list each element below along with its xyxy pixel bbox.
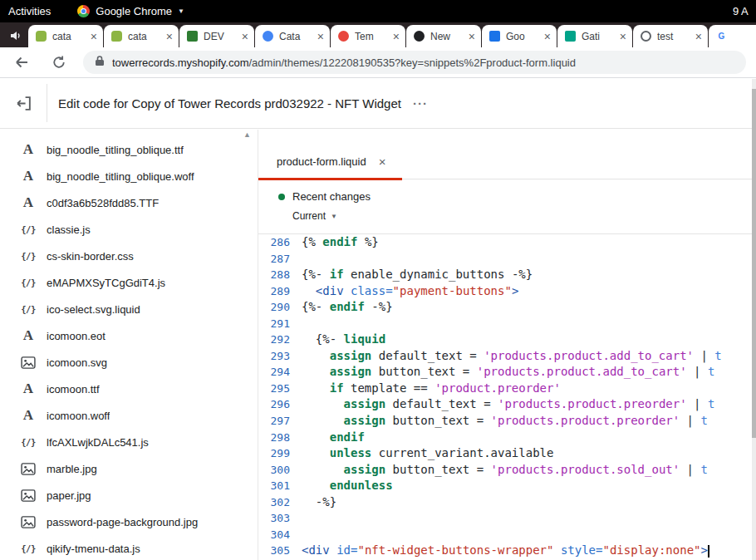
tab-close-icon[interactable]: × — [166, 31, 173, 42]
dark-dot-favicon — [414, 31, 425, 42]
address-bar[interactable]: towerrecords.myshopify.com/admin/themes/… — [83, 51, 746, 74]
tab-close-icon[interactable]: × — [242, 31, 248, 42]
code-file-icon: {/} — [18, 304, 38, 314]
lock-icon — [95, 55, 105, 70]
version-dropdown[interactable]: Current ▼ — [292, 210, 337, 222]
code-line[interactable]: 296 assign default_text = 'products.prod… — [258, 396, 756, 413]
code-line[interactable]: 302 -%} — [258, 494, 756, 511]
file-item[interactable]: {/}classie.js — [0, 216, 258, 243]
file-item[interactable]: Aicomoon.woff — [0, 402, 258, 429]
tab-close-icon[interactable]: × — [620, 31, 626, 42]
code-line[interactable]: 287 — [258, 251, 756, 268]
more-menu-button[interactable]: ··· — [413, 96, 428, 111]
blue-dot-favicon — [263, 31, 273, 42]
file-name: icomoon.svg — [47, 356, 107, 369]
line-number: 294 — [258, 364, 302, 381]
code-line[interactable]: 303 — [258, 510, 756, 527]
globe-favicon — [641, 31, 651, 42]
browser-tab[interactable]: Cata× — [255, 25, 330, 47]
active-app-menu[interactable]: Google Chrome ▼ — [77, 5, 184, 17]
code-text: endif — [302, 430, 365, 446]
file-name: password-page-background.jpg — [47, 516, 198, 528]
browser-tab[interactable]: cata× — [28, 25, 103, 47]
code-line[interactable]: 294 assign button_text = 'products.produ… — [258, 364, 756, 381]
file-item[interactable]: Abig_noodle_titling_oblique.ttf — [0, 136, 258, 163]
orange-dot-favicon — [338, 31, 349, 42]
back-button[interactable] — [13, 54, 30, 71]
file-item[interactable]: {/}eMAPMXSyTCgGdiT4.js — [0, 269, 258, 296]
code-line[interactable]: 286{% endif %} — [258, 234, 756, 251]
tab-label: New — [430, 31, 466, 42]
browser-tab[interactable]: DEV× — [179, 25, 254, 47]
code-line[interactable]: 290{%- endif -%} — [258, 299, 756, 316]
font-file-icon: A — [18, 327, 38, 344]
file-tab[interactable]: product-form.liquid × — [258, 143, 402, 179]
blue-square-favicon — [489, 31, 500, 42]
code-line[interactable]: 305<div id="nft-widget-buttons-wrapper" … — [258, 543, 756, 559]
tab-close-icon[interactable]: × — [317, 31, 324, 42]
code-line[interactable]: 298 endif — [258, 430, 756, 446]
browser-tab[interactable]: Gati× — [557, 25, 632, 47]
line-number: 289 — [258, 283, 302, 300]
speaker-icon[interactable] — [10, 31, 22, 41]
font-file-icon: A — [18, 194, 38, 211]
file-item[interactable]: paper.jpg — [0, 482, 258, 508]
browser-tab[interactable]: Tem× — [331, 25, 405, 47]
window-scrollbar[interactable] — [752, 79, 756, 560]
file-name: cs-skin-border.css — [47, 250, 134, 263]
tab-close-icon[interactable]: × — [544, 31, 551, 42]
file-item[interactable]: {/}qikify-tmenu-data.js — [0, 535, 258, 560]
code-text: {%- liquid — [302, 332, 385, 348]
reload-button[interactable] — [52, 55, 66, 70]
tab-close-icon[interactable]: × — [379, 155, 386, 169]
tab-close-icon[interactable]: × — [469, 31, 475, 42]
clock[interactable]: 9 A — [733, 5, 754, 17]
app-menu-label: Google Chrome — [96, 5, 172, 17]
recent-changes-bar: Recent changes Current ▼ — [258, 179, 756, 234]
activities-button[interactable]: Activities — [8, 5, 51, 17]
browser-tab[interactable]: Goo× — [482, 25, 557, 47]
code-line[interactable]: 299 unless current_variant.available — [258, 445, 756, 462]
code-line[interactable]: 297 assign button_text = 'products.produ… — [258, 413, 756, 430]
file-name: lfcAXLwjkDALc541.js — [47, 436, 149, 449]
exit-editor-button[interactable] — [15, 95, 32, 112]
file-item[interactable]: Ac0df3a6b528fdd85.TTF — [0, 189, 258, 216]
scrollbar-up-icon[interactable]: ▲ — [243, 130, 251, 139]
tab-label: Tem — [355, 31, 390, 42]
code-line[interactable]: 300 assign button_text = 'products.produ… — [258, 462, 756, 479]
font-file-icon: A — [18, 407, 38, 424]
file-item[interactable]: {/}lfcAXLwjkDALc541.js — [0, 429, 258, 455]
file-name: big_noodle_titling_oblique.ttf — [47, 144, 184, 156]
browser-tab[interactable]: cata× — [104, 25, 179, 47]
browser-tab[interactable] — [709, 25, 756, 47]
line-number: 295 — [258, 381, 302, 397]
code-line[interactable]: 289 <div class="payment-buttons"> — [258, 283, 756, 300]
file-item[interactable]: password-page-background.jpg — [0, 508, 258, 535]
file-item[interactable]: Aicomoon.ttf — [0, 376, 258, 402]
file-name: qikify-tmenu-data.js — [47, 543, 140, 555]
code-line[interactable]: 288{%- if enable_dynamic_buttons -%} — [258, 267, 756, 283]
tab-close-icon[interactable]: × — [393, 31, 400, 42]
code-line[interactable]: 304 — [258, 527, 756, 543]
code-line[interactable]: 301 endunless — [258, 478, 756, 494]
code-line[interactable]: 295 if template == 'product.preorder' — [258, 381, 756, 397]
code-line[interactable]: 291 — [258, 316, 756, 332]
tab-close-icon[interactable]: × — [91, 31, 97, 42]
file-item[interactable]: {/}cs-skin-border.css — [0, 243, 258, 269]
caret-down-icon: ▼ — [331, 213, 337, 220]
browser-tab[interactable]: New× — [406, 25, 481, 47]
code-area[interactable]: 286{% endif %}287288{%- if enable_dynami… — [258, 234, 756, 560]
tab-strip-tabs: cata×cata×DEV×Cata×Tem×New×Goo×Gati×test… — [28, 25, 756, 47]
code-text: endunless — [302, 478, 393, 494]
file-item[interactable]: {/}ico-select.svg.liquid — [0, 296, 258, 322]
file-item[interactable]: Abig_noodle_titling_oblique.woff — [0, 163, 258, 189]
file-item[interactable]: icomoon.svg — [0, 349, 258, 376]
scrollbar-thumb[interactable] — [752, 89, 756, 438]
file-item[interactable]: marble.jpg — [0, 455, 258, 482]
tab-label: Gati — [582, 31, 617, 42]
tab-close-icon[interactable]: × — [695, 31, 702, 42]
file-item[interactable]: Aicomoon.eot — [0, 322, 258, 349]
browser-tab[interactable]: test× — [633, 25, 708, 47]
code-line[interactable]: 293 assign default_text = 'products.prod… — [258, 348, 756, 365]
code-line[interactable]: 292 {%- liquid — [258, 332, 756, 348]
